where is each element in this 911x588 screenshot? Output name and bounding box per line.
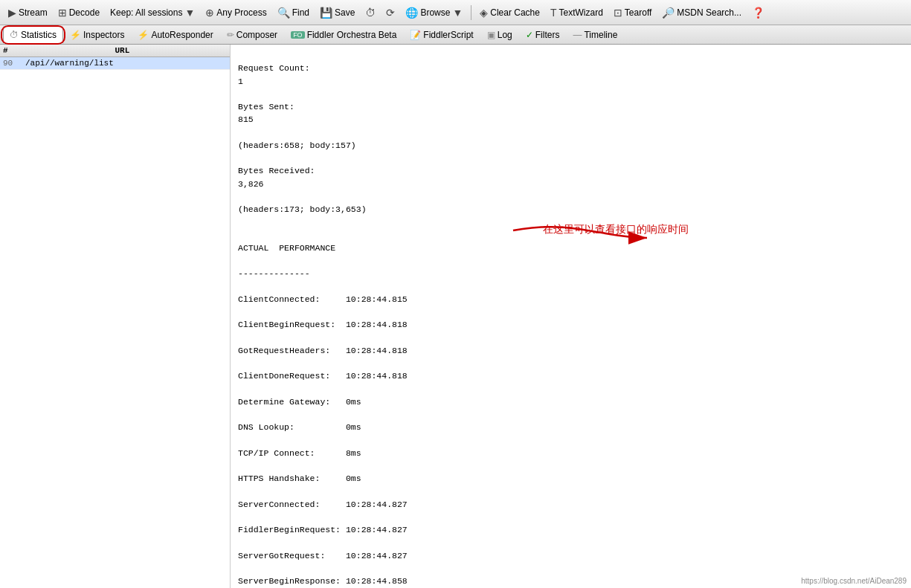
composer-label: Composer [236, 30, 277, 40]
filters-tab[interactable]: ✓ Filters [519, 26, 567, 44]
got-req-headers: GotRequestHeaders: 10:28:44.818 [238, 344, 904, 357]
fiddler-begin-req: FiddlerBeginRequest: 10:28:44.827 [238, 523, 904, 536]
server-connected: ServerConnected: 10:28:44.827 [238, 498, 904, 511]
session-url: /api//warning/list [25, 59, 227, 68]
decode-label: Decode [69, 7, 100, 18]
stream-icon: ▶ [8, 7, 16, 19]
annotation-text: 在这里可以查看接口的响应时间 [543, 222, 689, 237]
autoresponder-label: AutoResponder [151, 30, 213, 40]
filters-label: Filters [535, 30, 560, 40]
timeline-tab[interactable]: — Timeline [566, 26, 624, 44]
textwizard-label: TextWizard [559, 7, 603, 18]
session-row[interactable]: 90 /api//warning/list [0, 57, 230, 70]
toolbar-divider [471, 5, 471, 20]
find-icon: 🔍 [277, 7, 290, 19]
toolbar: ▶ Stream ⊞ Decode Keep: All sessions ▼ ⊕… [0, 0, 911, 25]
left-panel: # URL 90 /api//warning/list [0, 45, 231, 588]
clear-cache-icon: ◈ [480, 7, 488, 19]
fiddlerscript-tab[interactable]: 📝 FiddlerScript [403, 26, 480, 44]
right-panel: Request Count: 1 Bytes Sent: 815 (header… [231, 45, 911, 588]
clear-cache-label: Clear Cache [490, 7, 540, 18]
filters-icon: ✓ [526, 30, 533, 40]
tcpip-connect: TCP/IP Connect: 8ms [238, 447, 904, 459]
find-button[interactable]: 🔍 Find [274, 5, 313, 20]
orchestra-label: Fiddler Orchestra Beta [307, 30, 397, 40]
inspectors-icon: ⚡ [70, 30, 81, 40]
stream-button[interactable]: ▶ Stream [4, 5, 51, 20]
clear-cache-button[interactable]: ◈ Clear Cache [476, 5, 544, 20]
composer-icon: ✏ [227, 30, 234, 40]
orchestra-icon: FO [291, 31, 305, 39]
fiddlerscript-icon: 📝 [410, 30, 421, 40]
save-button[interactable]: 💾 Save [316, 5, 358, 20]
decode-button[interactable]: ⊞ Decode [54, 5, 103, 20]
https-handshake: HTTPS Handshake: 0ms [238, 472, 904, 485]
decode-icon: ⊞ [58, 7, 67, 19]
dns-lookup: DNS Lookup: 0ms [238, 421, 904, 433]
timer-button[interactable]: ⏱ [361, 5, 379, 20]
keep-dropdown-icon: ▼ [184, 7, 195, 19]
timeline-label: Timeline [584, 30, 617, 40]
main-area: # URL 90 /api//warning/list Request Coun… [0, 45, 911, 588]
timeline-icon: — [573, 30, 582, 40]
help-button[interactable]: ❓ [748, 5, 768, 20]
any-process-button[interactable]: ⊕ Any Process [202, 5, 270, 20]
save-label: Save [335, 7, 355, 18]
request-count-line: Request Count: 1 [238, 62, 904, 88]
stats-content: Request Count: 1 Bytes Sent: 815 (header… [238, 49, 904, 588]
orchestra-tab[interactable]: FO Fiddler Orchestra Beta [284, 26, 403, 44]
statistics-label: Statistics [21, 30, 57, 40]
tearoff-icon: ⊡ [614, 7, 622, 19]
session-number: 90 [3, 59, 25, 68]
client-done-req: ClientDoneRequest: 10:28:44.818 [238, 369, 904, 382]
left-panel-header: # URL [0, 45, 230, 57]
msdn-search-button[interactable]: 🔎 MSDN Search... [658, 5, 745, 20]
find-label: Find [292, 7, 309, 18]
keep-sessions-button[interactable]: Keep: All sessions ▼ [106, 5, 199, 20]
inspectors-tab[interactable]: ⚡ Inspectors [63, 26, 131, 44]
textwizard-button[interactable]: T TextWizard [547, 5, 607, 20]
log-label: Log [498, 30, 512, 40]
server-got-req: ServerGotRequest: 10:28:44.827 [238, 549, 904, 562]
watermark: https://blog.csdn.net/AiDean289 [801, 577, 907, 585]
msdn-icon: 🔎 [662, 7, 675, 19]
tabs-row: ⏱ Statistics ⚡ Inspectors ⚡ AutoResponde… [0, 25, 911, 45]
composer-tab[interactable]: ✏ Composer [220, 26, 284, 44]
separator1: -------------- [238, 267, 904, 280]
refresh-icon: ⟳ [386, 7, 395, 19]
col-url-header: URL [115, 46, 228, 55]
timer-icon: ⏱ [365, 7, 376, 19]
client-begin-req: ClientBeginRequest: 10:28:44.818 [238, 318, 904, 331]
save-icon: 💾 [320, 7, 332, 19]
any-process-label: Any Process [216, 7, 266, 18]
bytes-sent-line: Bytes Sent: 815 (headers:658; body:157) [238, 100, 904, 152]
determine-gw: Determine Gateway: 0ms [238, 395, 904, 408]
client-connected: ClientConnected: 10:28:44.815 [238, 293, 904, 306]
col-num-header: # [3, 46, 115, 55]
browse-dropdown-icon: ▼ [452, 7, 463, 19]
textwizard-icon: T [550, 7, 557, 19]
inspectors-label: Inspectors [83, 30, 124, 40]
browse-icon: 🌐 [405, 7, 418, 19]
statistics-icon: ⏱ [10, 30, 19, 40]
log-tab[interactable]: ▣ Log [480, 26, 519, 44]
log-icon: ▣ [487, 30, 495, 40]
tearoff-button[interactable]: ⊡ Tearoff [610, 5, 655, 20]
keep-sessions-label: Keep: All sessions [110, 7, 182, 18]
bytes-received-line: Bytes Received: 3,826 (headers:173; body… [238, 164, 904, 216]
help-icon: ❓ [752, 7, 764, 19]
tearoff-label: Tearoff [625, 7, 651, 18]
autoresponder-tab[interactable]: ⚡ AutoResponder [131, 26, 219, 44]
any-process-icon: ⊕ [205, 7, 214, 19]
stream-label: Stream [19, 7, 48, 18]
browse-button[interactable]: 🌐 Browse ▼ [402, 5, 466, 20]
statistics-tab[interactable]: ⏱ Statistics [3, 26, 63, 44]
autoresponder-icon: ⚡ [138, 30, 149, 40]
actual-perf-label: ACTUAL PERFORMANCE [238, 242, 904, 254]
msdn-label: MSDN Search... [677, 7, 741, 18]
refresh-button[interactable]: ⟳ [382, 5, 399, 20]
fiddlerscript-label: FiddlerScript [423, 30, 473, 40]
browse-label: Browse [420, 7, 450, 18]
